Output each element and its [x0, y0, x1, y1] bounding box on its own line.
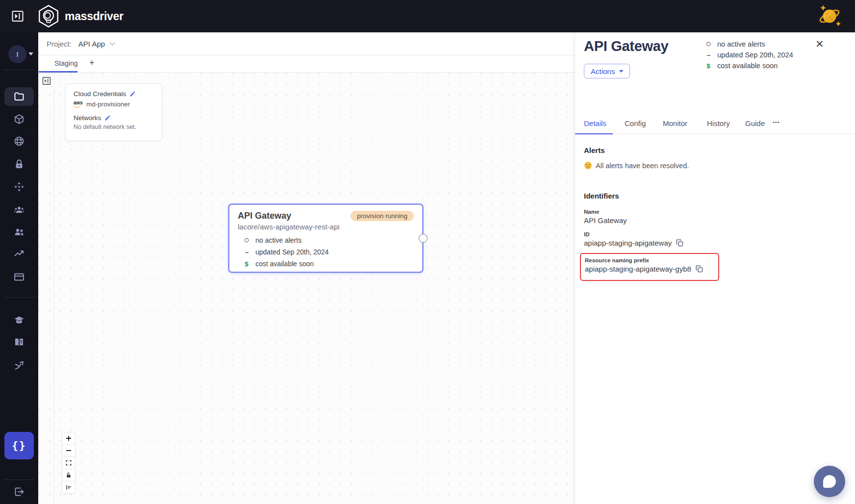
node-status-cost: $ cost available soon [238, 258, 414, 270]
education-icon [13, 314, 25, 326]
sidebar: I [0, 32, 38, 504]
logout-button[interactable] [4, 482, 34, 501]
close-icon[interactable]: ✕ [815, 38, 824, 50]
panel-title: API Gateway [584, 38, 668, 54]
sidebar-toggle-icon[interactable] [11, 9, 25, 23]
sidebar-item-metrics[interactable] [4, 245, 34, 263]
top-bar: massdriver [0, 0, 855, 32]
node-connection-handle[interactable] [419, 234, 428, 243]
tab-monitor[interactable]: Monitor [663, 119, 687, 127]
relieved-face-icon [584, 161, 592, 170]
alerts-message: All alerts have been resolved. [584, 161, 689, 170]
chart-icon [13, 248, 25, 260]
sidebar-item-docs[interactable] [4, 333, 34, 352]
sidebar-item-deployments[interactable] [4, 177, 34, 196]
edit-pencil-icon[interactable] [129, 91, 136, 97]
environment-tabs: Staging + [38, 55, 575, 73]
folder-icon [13, 91, 25, 102]
avatar[interactable]: I [8, 45, 26, 63]
field-name: Name API Gateway [584, 209, 627, 225]
sidebar-item-billing[interactable] [4, 268, 34, 286]
copy-icon[interactable] [676, 239, 684, 247]
tab-history[interactable]: History [707, 119, 730, 127]
dashes-icon: -- [243, 249, 251, 256]
planet-avatar-icon[interactable] [817, 3, 842, 29]
sidebar-item-networks[interactable] [4, 132, 34, 151]
logout-icon [13, 486, 25, 498]
branch-icon [13, 360, 25, 372]
dashes-icon: -- [704, 51, 713, 59]
docs-book-icon [13, 336, 25, 348]
sidebar-item-academy[interactable] [4, 311, 34, 329]
lock-icon [13, 158, 25, 170]
field-id: ID apiapp-staging-apigateway [584, 231, 684, 247]
tab-more-icon[interactable]: ••• [773, 119, 780, 125]
circle-status-icon [704, 41, 713, 47]
diagram-canvas[interactable]: Cloud Credentials aws md-provisioner Net… [38, 73, 575, 504]
field-name-value: API Gateway [584, 216, 627, 225]
tab-guide[interactable]: Guide [745, 119, 765, 127]
cloud-credentials-card: Cloud Credentials aws md-provisioner Net… [65, 83, 162, 141]
networks-title: Networks [74, 114, 101, 122]
tab-config[interactable]: Config [625, 119, 646, 127]
users-icon [13, 226, 25, 238]
code-braces-icon: {} [12, 440, 26, 452]
networks-empty-text: No default network set. [74, 124, 154, 130]
details-panel: API Gateway ✕ no active alerts -- update… [575, 32, 855, 504]
globe-icon [13, 135, 25, 147]
sidebar-item-users[interactable] [4, 223, 34, 241]
chevron-down-icon[interactable] [110, 40, 115, 45]
dollar-icon: $ [243, 260, 251, 268]
field-prefix-value: apiapp-staging-apigateway-gyb8 [585, 265, 691, 273]
panel-status-updated: -- updated Sep 20th, 2024 [704, 50, 793, 60]
node-title: API Gateway [238, 211, 291, 221]
zoom-out-button[interactable] [62, 444, 75, 457]
credential-name: md-provisioner [86, 101, 130, 108]
actions-button[interactable]: Actions [584, 64, 630, 78]
node-status-updated: -- updated Sep 20th, 2024 [238, 246, 414, 258]
alerts-heading: Alerts [584, 146, 605, 154]
sidebar-item-organization[interactable] [4, 201, 34, 219]
edit-pencil-icon[interactable] [104, 115, 111, 121]
tab-details[interactable]: Details [584, 119, 606, 127]
chat-bubble-icon [823, 475, 836, 488]
billing-card-icon [13, 271, 25, 283]
chat-button[interactable] [814, 466, 845, 497]
identifiers-heading: Identifiers [584, 192, 619, 200]
panel-tabs: Details Config Monitor History Guide ••• [575, 117, 855, 134]
panel-status-cost: $ cost available soon [704, 60, 793, 71]
code-braces-button[interactable]: {} [4, 432, 34, 459]
align-button[interactable] [62, 481, 75, 494]
expand-panel-icon[interactable] [42, 76, 51, 86]
node-status-alerts: no active alerts [238, 234, 414, 246]
caret-down-icon [619, 70, 623, 73]
move-icon [13, 181, 25, 193]
status-badge: provision running [351, 211, 414, 221]
highlight-red-box: Resource naming prefix apiapp-staging-ap… [580, 253, 719, 281]
panel-status-alerts: no active alerts [704, 39, 793, 50]
node-bundle-path: lacore/aws-apigateway-rest-api [238, 223, 414, 231]
team-icon [13, 204, 25, 216]
tab-staging[interactable]: Staging [47, 55, 85, 72]
fit-view-button[interactable] [62, 456, 75, 469]
sidebar-item-bundles[interactable] [4, 110, 34, 128]
sidebar-item-projects[interactable] [4, 87, 34, 106]
divider [4, 479, 34, 480]
copy-icon[interactable] [695, 265, 704, 273]
canvas-panel-divider [54, 73, 54, 504]
avatar-caret-icon[interactable] [28, 52, 33, 55]
circle-status-icon [243, 237, 251, 243]
credentials-title: Cloud Credentials [74, 90, 126, 98]
sidebar-item-changelog[interactable] [4, 356, 34, 375]
api-gateway-node[interactable]: API Gateway provision running lacore/aws… [228, 203, 424, 273]
massdriver-logo[interactable]: massdriver [37, 4, 124, 28]
zoom-in-button[interactable] [62, 432, 75, 445]
active-tab-underline [575, 133, 613, 135]
sidebar-item-secrets[interactable] [4, 155, 34, 174]
project-selector[interactable]: API App [78, 40, 105, 48]
dollar-icon: $ [704, 62, 713, 70]
lock-button[interactable] [62, 469, 75, 481]
active-tab-underline [39, 71, 77, 73]
add-environment-button[interactable]: + [85, 55, 99, 72]
project-label: Project: [47, 40, 72, 48]
